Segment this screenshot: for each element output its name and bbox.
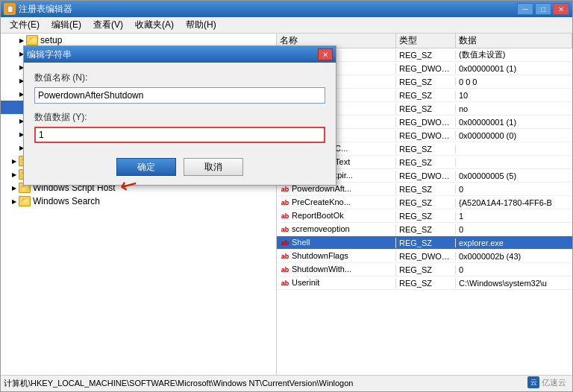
cell-data: 0 (456, 185, 572, 194)
cell-data: 10 (456, 91, 572, 100)
ok-button[interactable]: 确定 (116, 158, 176, 176)
data-label: 数值数据 (Y): (34, 111, 325, 124)
registry-row[interactable]: abPreCreateKno... REG_SZ {A520A1A4-1780-… (277, 196, 572, 209)
cell-type: REG_SZ (396, 265, 456, 274)
reg-icon: ab (280, 224, 290, 235)
cell-type: REG_SZ (396, 104, 456, 113)
cell-type: REG_SZ (396, 185, 456, 194)
cell-data: (数值未设置) (456, 49, 572, 60)
minimize-button[interactable]: ─ (517, 3, 533, 15)
title-bar: 📋 注册表编辑器 ─ □ ✕ (1, 1, 572, 17)
dialog-body: 数值名称 (N): 数值数据 (Y): 确定 取消 (24, 63, 336, 185)
cell-type: REG_SZ (396, 145, 456, 154)
cell-type: REG_SZ (396, 279, 456, 288)
cell-data: {A520A1A4-1780-4FF6-B (456, 198, 572, 207)
cell-name: abReportBootOk (277, 211, 396, 221)
watermark-logo: 云 (527, 376, 539, 388)
cell-type: REG_DWORD (396, 131, 456, 140)
watermark-text: 亿速云 (542, 377, 566, 388)
menu-favorites[interactable]: 收藏夹(A) (129, 17, 180, 33)
cell-data: 0x0000002b (43) (456, 252, 572, 261)
dialog-close-button[interactable]: ✕ (318, 48, 333, 60)
cell-name: abShutdownFlags (277, 251, 396, 262)
cell-data: C:\Windows\system32\u (456, 279, 572, 288)
cell-data: 0x00000005 (5) (456, 171, 572, 180)
cell-name: abUserinit (277, 278, 396, 288)
registry-row[interactable]: abShutdownFlags REG_DWORD 0x0000002b (43… (277, 250, 572, 263)
name-label: 数值名称 (N): (34, 72, 325, 84)
tree-arrow[interactable]: ▶ (10, 183, 19, 192)
reg-icon: ab (280, 197, 290, 208)
dialog-title-bar: 编辑字符串 ✕ (24, 46, 336, 63)
reg-icon: ab (280, 251, 290, 262)
tree-arrow[interactable]: ▶ (10, 157, 19, 165)
reg-icon: ab (280, 211, 290, 221)
cell-type: REG_SZ (396, 158, 456, 167)
maximize-button[interactable]: □ (535, 3, 551, 15)
status-path: 计算机\HKEY_LOCAL_MACHINE\SOFTWARE\Microsof… (4, 378, 353, 389)
menu-view[interactable]: 查看(V) (87, 17, 129, 33)
reg-icon: ab (280, 278, 290, 288)
reg-icon: ab (280, 238, 290, 248)
watermark: 云 亿速云 (527, 376, 566, 388)
registry-row[interactable]: abShutdownWith... REG_SZ 0 (277, 263, 572, 276)
cell-data: 0x00000001 (1) (456, 118, 572, 127)
registry-row[interactable]: abShell REG_SZ explorer.exe (277, 236, 572, 250)
cell-data: 0x00000001 (1) (456, 64, 572, 73)
tree-item[interactable]: ▶ 📁 Windows Search (1, 195, 276, 208)
tree-arrow[interactable]: ▶ (17, 36, 26, 45)
cell-data: 1 (456, 212, 572, 221)
cancel-button[interactable]: 取消 (184, 158, 243, 176)
window-title: 注册表编辑器 (19, 3, 72, 16)
name-input[interactable] (34, 87, 325, 104)
col-header-data: 数据 (456, 34, 572, 48)
tree-arrow[interactable]: ▶ (10, 197, 19, 206)
tree-label: Windows Search (33, 196, 100, 206)
main-window: 📋 注册表编辑器 ─ □ ✕ 文件(E) 编辑(E) 查看(V) 收藏夹(A) … (0, 0, 573, 392)
cell-type: REG_SZ (396, 225, 456, 234)
cell-name: abShell (277, 238, 396, 248)
cell-name: abscremoveoption (277, 224, 396, 235)
cell-data: 0x00000000 (0) (456, 131, 572, 140)
menu-edit[interactable]: 编辑(E) (46, 17, 87, 33)
cell-type: REG_DWORD (396, 64, 456, 73)
data-input[interactable] (34, 127, 325, 143)
title-buttons: ─ □ ✕ (517, 3, 569, 15)
reg-icon: ab (280, 265, 290, 275)
cell-type: REG_SZ (396, 198, 456, 207)
close-button[interactable]: ✕ (553, 3, 569, 15)
cell-data: 0 0 0 (456, 78, 572, 86)
dialog-title: 编辑字符串 (27, 48, 72, 61)
registry-row[interactable]: abUserinit REG_SZ C:\Windows\system32\u (277, 276, 572, 290)
col-header-type: 类型 (396, 34, 456, 48)
cell-type: REG_SZ (396, 51, 456, 60)
menu-help[interactable]: 帮助(H) (180, 17, 222, 33)
cell-name: abPreCreateKno... (277, 197, 396, 208)
title-bar-left: 📋 注册表编辑器 (4, 3, 72, 16)
cell-data: 0 (456, 225, 572, 234)
cell-type: REG_DWORD (396, 171, 456, 180)
status-bar: 计算机\HKEY_LOCAL_MACHINE\SOFTWARE\Microsof… (1, 375, 572, 391)
app-icon: 📋 (4, 3, 16, 15)
cell-data: explorer.exe (456, 238, 572, 247)
cell-data: 0 (456, 265, 572, 274)
tree-label: setup (40, 35, 62, 45)
registry-row[interactable]: abscremoveoption REG_SZ 0 (277, 223, 572, 236)
cell-type: REG_SZ (396, 78, 456, 86)
cell-name: abShutdownWith... (277, 265, 396, 275)
cell-type: REG_SZ (396, 212, 456, 221)
cell-type: REG_SZ (396, 91, 456, 100)
registry-row[interactable]: abReportBootOk REG_SZ 1 (277, 209, 572, 223)
edit-string-dialog: 编辑字符串 ✕ 数值名称 (N): 数值数据 (Y): 确定 取消 (23, 45, 336, 186)
cell-data: no (456, 104, 572, 113)
menu-file[interactable]: 文件(E) (4, 17, 46, 33)
menu-bar: 文件(E) 编辑(E) 查看(V) 收藏夹(A) 帮助(H) (1, 17, 572, 34)
tree-arrow[interactable]: ▶ (10, 170, 19, 179)
folder-icon: 📁 (19, 196, 31, 206)
cell-type: REG_DWORD (396, 252, 456, 261)
cell-type: REG_SZ (396, 238, 456, 247)
folder-icon: 📁 (26, 35, 38, 45)
dialog-buttons: 确定 取消 (34, 158, 325, 176)
cell-type: REG_DWORD (396, 118, 456, 127)
